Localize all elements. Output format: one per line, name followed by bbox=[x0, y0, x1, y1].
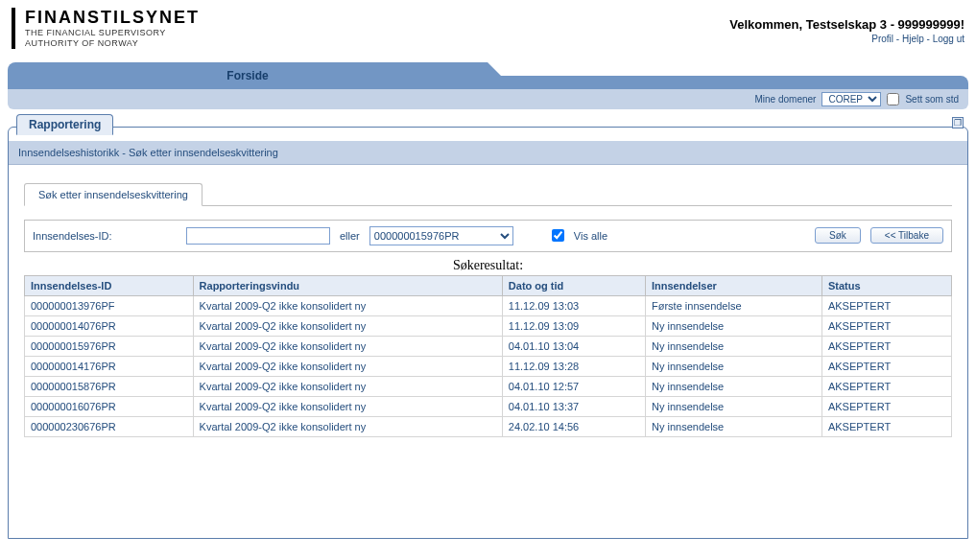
show-all-checkbox[interactable] bbox=[552, 229, 564, 242]
cell-vindu: Kvartal 2009-Q2 ikke konsolidert ny bbox=[193, 376, 502, 396]
cell-vindu: Kvartal 2009-Q2 ikke konsolidert ny bbox=[193, 396, 502, 416]
header: FINANSTILSYNET THE FINANCIAL SUPERVISORY… bbox=[0, 0, 976, 53]
search-label: Innsendelses-ID: bbox=[33, 230, 177, 242]
cell-id: 000000013976PF bbox=[25, 295, 194, 315]
domain-select[interactable]: COREP bbox=[821, 92, 881, 106]
cell-vindu: Kvartal 2009-Q2 ikke konsolidert ny bbox=[193, 295, 502, 315]
cell-inns: Ny innsendelse bbox=[646, 315, 822, 336]
cell-dato: 11.12.09 13:03 bbox=[502, 295, 645, 315]
welcome-block: Velkommen, Testselskap 3 - 999999999! Pr… bbox=[729, 8, 964, 44]
logo-title: FINANSTILSYNET bbox=[25, 8, 200, 28]
col-innsendelser: Innsendelser bbox=[646, 275, 822, 295]
cell-vindu: Kvartal 2009-Q2 ikke konsolidert ny bbox=[193, 416, 502, 436]
link-profil[interactable]: Profil bbox=[871, 34, 893, 44]
search-box: Innsendelses-ID: eller 000000015976PR Vi… bbox=[24, 220, 952, 252]
cell-id: 000000015976PR bbox=[25, 336, 194, 356]
cell-dato: 04.01.10 12:57 bbox=[502, 376, 645, 396]
cell-vindu: Kvartal 2009-Q2 ikke konsolidert ny bbox=[193, 315, 502, 336]
cell-vindu: Kvartal 2009-Q2 ikke konsolidert ny bbox=[193, 356, 502, 376]
cell-id: 000000016076PR bbox=[25, 396, 194, 416]
domain-bar: Mine domener COREP Sett som std bbox=[8, 89, 968, 109]
table-row[interactable]: 000000015876PRKvartal 2009-Q2 ikke konso… bbox=[25, 376, 952, 396]
search-input[interactable] bbox=[186, 227, 330, 245]
col-dato: Dato og tid bbox=[502, 275, 645, 295]
col-vindu: Rapporteringsvindu bbox=[193, 275, 502, 295]
cell-status: AKSEPTERT bbox=[821, 396, 951, 416]
cell-inns: Ny innsendelse bbox=[646, 376, 822, 396]
panel-header: Innsendelseshistorikk - Søk etter innsen… bbox=[9, 141, 967, 165]
domain-label: Mine domener bbox=[755, 94, 817, 105]
cell-status: AKSEPTERT bbox=[821, 376, 951, 396]
cell-status: AKSEPTERT bbox=[821, 336, 951, 356]
cell-dato: 24.02.10 14:56 bbox=[502, 416, 645, 436]
table-row[interactable]: 000000230676PRKvartal 2009-Q2 ikke konso… bbox=[25, 416, 952, 436]
result-table: Innsendelses-ID Rapporteringsvindu Dato … bbox=[24, 275, 952, 437]
show-all-label: Vis alle bbox=[574, 230, 607, 242]
table-row[interactable]: 000000015976PRKvartal 2009-Q2 ikke konso… bbox=[25, 336, 952, 356]
back-button[interactable]: << Tilbake bbox=[870, 227, 943, 244]
cell-status: AKSEPTERT bbox=[821, 295, 951, 315]
link-hjelp[interactable]: Hjelp bbox=[902, 34, 924, 44]
col-id: Innsendelses-ID bbox=[25, 275, 194, 295]
link-loggut[interactable]: Logg ut bbox=[933, 34, 964, 44]
table-row[interactable]: 000000014076PRKvartal 2009-Q2 ikke konso… bbox=[25, 315, 952, 336]
or-label: eller bbox=[340, 230, 360, 242]
nav-bar: Forside bbox=[8, 62, 968, 89]
nav-tab-forside[interactable]: Forside bbox=[8, 62, 488, 89]
cell-inns: Ny innsendelse bbox=[646, 416, 822, 436]
cell-inns: Første innsendelse bbox=[646, 295, 822, 315]
cell-dato: 11.12.09 13:28 bbox=[502, 356, 645, 376]
cell-status: AKSEPTERT bbox=[821, 356, 951, 376]
maximize-icon[interactable]: ❐ bbox=[952, 117, 964, 128]
cell-inns: Ny innsendelse bbox=[646, 356, 822, 376]
cell-status: AKSEPTERT bbox=[821, 315, 951, 336]
col-status: Status bbox=[821, 275, 951, 295]
cell-inns: Ny innsendelse bbox=[646, 396, 822, 416]
table-row[interactable]: 000000016076PRKvartal 2009-Q2 ikke konso… bbox=[25, 396, 952, 416]
result-title: Søkeresultat: bbox=[9, 258, 967, 273]
subtab-search-receipt[interactable]: Søk etter innsendelseskvittering bbox=[24, 183, 202, 206]
cell-id: 000000230676PR bbox=[25, 416, 194, 436]
cell-dato: 04.01.10 13:04 bbox=[502, 336, 645, 356]
table-row[interactable]: 000000013976PFKvartal 2009-Q2 ikke konso… bbox=[25, 295, 952, 315]
logo-sub2: AUTHORITY OF NORWAY bbox=[25, 38, 200, 49]
section-tab-rapportering[interactable]: Rapportering bbox=[16, 114, 113, 135]
logo-sub1: THE FINANCIAL SUPERVISORY bbox=[25, 28, 200, 38]
content-frame: Rapportering ❐ Innsendelseshistorikk - S… bbox=[8, 127, 968, 539]
cell-dato: 04.01.10 13:37 bbox=[502, 396, 645, 416]
welcome-text: Velkommen, Testselskap 3 - 999999999! bbox=[729, 17, 964, 32]
logo: FINANSTILSYNET THE FINANCIAL SUPERVISORY… bbox=[12, 8, 200, 49]
table-row[interactable]: 000000014176PRKvartal 2009-Q2 ikke konso… bbox=[25, 356, 952, 376]
search-button[interactable]: Søk bbox=[815, 227, 861, 244]
subtab-row: Søk etter innsendelseskvittering bbox=[24, 182, 952, 206]
cell-dato: 11.12.09 13:09 bbox=[502, 315, 645, 336]
cell-id: 000000014176PR bbox=[25, 356, 194, 376]
id-dropdown[interactable]: 000000015976PR bbox=[369, 226, 513, 245]
table-header-row: Innsendelses-ID Rapporteringsvindu Dato … bbox=[25, 275, 952, 295]
welcome-links: Profil - Hjelp - Logg ut bbox=[729, 34, 964, 44]
cell-id: 000000015876PR bbox=[25, 376, 194, 396]
cell-vindu: Kvartal 2009-Q2 ikke konsolidert ny bbox=[193, 336, 502, 356]
cell-inns: Ny innsendelse bbox=[646, 336, 822, 356]
set-std-label: Sett som std bbox=[905, 94, 959, 105]
cell-id: 000000014076PR bbox=[25, 315, 194, 336]
set-std-checkbox[interactable] bbox=[887, 93, 899, 105]
cell-status: AKSEPTERT bbox=[821, 416, 951, 436]
